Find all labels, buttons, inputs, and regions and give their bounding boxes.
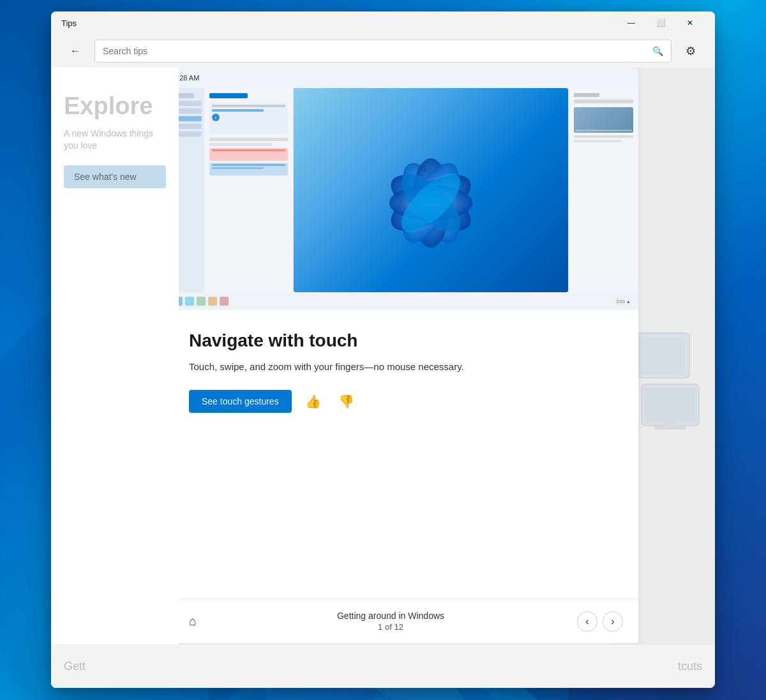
svg-rect-9 <box>645 388 695 422</box>
tips-window: Tips — ⬜ ✕ ← 🔍 ⚙ Explore <box>51 11 715 688</box>
card-actions: See touch gestures 👍 👎 <box>189 390 615 413</box>
home-icon: ⌂ <box>189 614 197 629</box>
search-bar: 🔍 <box>94 40 672 63</box>
card-title: Navigate with touch <box>189 331 615 351</box>
minimize-button[interactable]: — <box>617 13 646 33</box>
thumbsdown-button[interactable]: 👎 <box>335 390 358 413</box>
bottom-strip: Gett tcuts <box>51 644 715 688</box>
bottom-left-label: Gett <box>64 660 86 673</box>
card-description: Touch, swipe, and zoom with your fingers… <box>189 360 615 375</box>
bloom-svg <box>361 120 501 260</box>
screenshot-right-panel <box>568 88 638 292</box>
gear-icon: ⚙ <box>686 44 696 58</box>
thumbsup-button[interactable]: 👍 <box>302 390 325 413</box>
nav-arrows: ‹ › <box>577 611 623 632</box>
home-button[interactable]: ⌂ <box>181 610 204 633</box>
left-card: Explore A new Windows things you love Se… <box>51 68 179 688</box>
svg-rect-7 <box>636 337 686 374</box>
card-bottom-nav: ⌂ Getting around in Windows 1 of 12 ‹ › <box>166 599 638 643</box>
taskbar-time: 2:01 ▲ <box>617 299 631 304</box>
back-button[interactable]: ← <box>64 40 87 63</box>
thumbsdown-icon: 👎 <box>338 394 354 409</box>
card-hero-image: 9:28 AM <box>166 68 638 310</box>
settings-button[interactable]: ⚙ <box>679 40 702 63</box>
titlebar: Tips — ⬜ ✕ <box>51 11 715 34</box>
taskbar-icon <box>220 297 229 306</box>
thumbsup-icon: 👍 <box>305 394 321 409</box>
close-button[interactable]: ✕ <box>675 13 705 33</box>
search-input[interactable] <box>103 46 647 56</box>
see-whats-new-button[interactable]: See what's new <box>64 165 166 188</box>
titlebar-controls: — ⬜ ✕ <box>617 13 705 33</box>
navigation-bar: ⌂ Getting around in Windows 1 of 12 ‹ › <box>181 610 623 633</box>
screenshot-taskbar-bottom: 2:01 ▲ <box>166 292 638 310</box>
toolbar: ← 🔍 ⚙ <box>51 34 715 68</box>
screenshot-desktop-area <box>294 88 568 292</box>
bottom-right-label: tcuts <box>678 660 702 673</box>
window-title: Tips <box>61 19 77 28</box>
main-card: 9:28 AM <box>166 68 638 643</box>
left-card-description: A new Windows things you love <box>64 128 166 153</box>
next-button[interactable]: › <box>603 611 623 632</box>
taskbar-icon <box>208 297 217 306</box>
card-body: Navigate with touch Touch, swipe, and zo… <box>166 310 638 599</box>
taskbar-icon <box>197 297 206 306</box>
taskbar-icon <box>185 297 194 306</box>
content-area: Explore A new Windows things you love Se… <box>51 68 715 688</box>
see-touch-gestures-button[interactable]: See touch gestures <box>189 390 292 413</box>
prev-button[interactable]: ‹ <box>577 611 597 632</box>
section-title: Getting around in Windows <box>337 611 444 621</box>
search-icon[interactable]: 🔍 <box>652 46 663 56</box>
screenshot-left-panel: • <box>204 88 294 292</box>
page-indicator: 1 of 12 <box>378 622 403 632</box>
screenshot-taskbar-top: 9:28 AM <box>166 68 638 88</box>
left-card-title: Explore <box>64 93 166 120</box>
screenshot-content: • <box>166 88 638 292</box>
svg-rect-11 <box>665 419 675 428</box>
nav-center-info: Getting around in Windows 1 of 12 <box>337 611 444 632</box>
maximize-button[interactable]: ⬜ <box>646 13 675 33</box>
windows-screenshot: 9:28 AM <box>166 68 638 310</box>
